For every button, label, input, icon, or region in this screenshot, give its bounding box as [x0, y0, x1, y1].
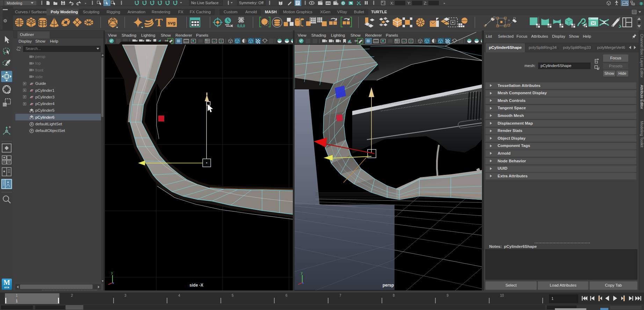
svg-text:Panels: Panels [196, 33, 208, 37]
svg-text:Shading: Shading [311, 33, 326, 37]
svg-text:persp: persp [383, 283, 394, 288]
svg-text:Lighting: Lighting [141, 33, 155, 37]
svg-text:T: T [155, 17, 162, 28]
svg-text:a: a [508, 19, 510, 22]
svg-text:side -X: side -X [189, 283, 203, 288]
svg-text:View: View [298, 33, 306, 37]
svg-text:y: y [111, 271, 113, 275]
svg-text:Show: Show [161, 33, 171, 37]
svg-text:T: T [410, 39, 412, 43]
svg-text:Shading: Shading [122, 33, 136, 37]
svg-text:View: View [108, 33, 117, 37]
svg-text:svg: svg [168, 20, 175, 25]
svg-text:Lighting: Lighting [331, 33, 345, 37]
svg-text:Show: Show [350, 33, 361, 37]
svg-text:Panels: Panels [386, 33, 398, 37]
svg-text:0,0,0: 0,0,0 [237, 24, 245, 28]
svg-text:Renderer: Renderer [365, 33, 382, 37]
svg-text:y: y [301, 271, 303, 275]
svg-text:IPR: IPR [326, 2, 331, 5]
svg-text:T: T [220, 39, 222, 43]
svg-text:Renderer: Renderer [175, 33, 192, 37]
